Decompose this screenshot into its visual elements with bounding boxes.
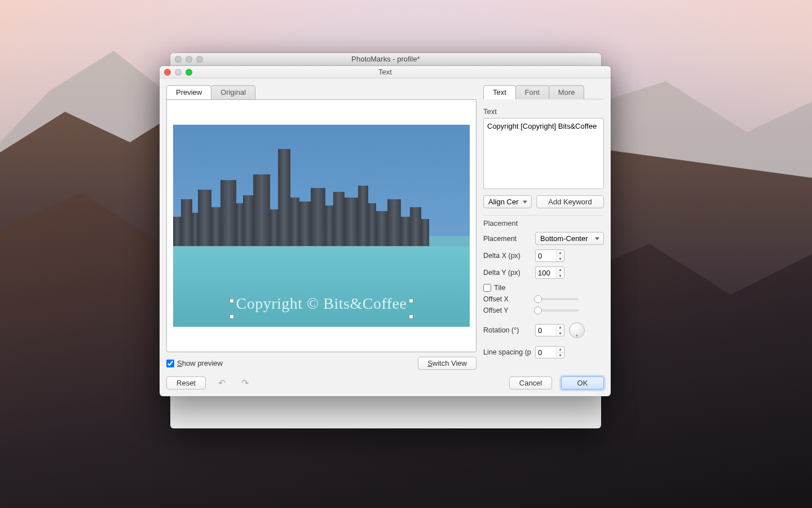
- selection-handle[interactable]: [230, 299, 234, 303]
- tab-more[interactable]: More: [549, 85, 585, 99]
- rotation-knob[interactable]: [569, 322, 585, 338]
- redo-icon[interactable]: ↷: [238, 376, 252, 389]
- tile-input[interactable]: [483, 284, 491, 292]
- placement-select[interactable]: Bottom-Center: [535, 232, 604, 245]
- zoom-icon[interactable]: [186, 69, 192, 76]
- tab-text[interactable]: Text: [483, 85, 516, 99]
- deltay-spinner[interactable]: ▲▼: [535, 266, 564, 279]
- skyline-graphic: [173, 149, 470, 246]
- offsetx-label: Offset X: [483, 295, 531, 303]
- offsety-slider[interactable]: [535, 309, 579, 312]
- close-icon[interactable]: [175, 56, 182, 63]
- ok-button[interactable]: OK: [561, 376, 604, 389]
- deltay-input[interactable]: [536, 267, 556, 278]
- tile-label: Tile: [494, 283, 505, 292]
- rotation-input[interactable]: [536, 325, 556, 336]
- watermark-text-input[interactable]: [483, 118, 604, 189]
- stepper-down-icon[interactable]: ▼: [557, 353, 564, 358]
- deltay-label: Delta Y (px): [483, 269, 531, 277]
- text-dialog-window: Text Preview Original: [160, 66, 611, 396]
- text-align-select[interactable]: Align Center: [483, 195, 532, 208]
- offsety-label: Offset Y: [483, 306, 531, 314]
- parent-window-title: PhotoMarks - profile*: [170, 55, 601, 63]
- dialog-title: Text: [160, 68, 611, 76]
- add-keyword-button[interactable]: Add Keyword: [536, 195, 604, 208]
- stepper-down-icon[interactable]: ▼: [557, 331, 564, 336]
- stepper-up-icon[interactable]: ▲: [557, 325, 564, 331]
- tile-checkbox[interactable]: Tile: [483, 283, 505, 292]
- dialog-traffic-lights: [164, 69, 192, 76]
- minimize-icon[interactable]: [175, 69, 182, 76]
- switch-view-button[interactable]: Switch View: [418, 357, 476, 370]
- show-preview-checkbox[interactable]: Show preview: [166, 359, 223, 367]
- preview-image[interactable]: Copyright © Bits&Coffee: [173, 125, 470, 327]
- placement-label: Placement: [483, 235, 531, 243]
- zoom-icon[interactable]: [196, 56, 203, 63]
- deltax-spinner[interactable]: ▲▼: [535, 249, 564, 262]
- preview-frame: Copyright © Bits&Coffee: [166, 99, 476, 352]
- deltax-input[interactable]: [536, 250, 556, 261]
- selection-handle[interactable]: [409, 299, 413, 303]
- close-icon[interactable]: [164, 69, 171, 76]
- stepper-up-icon[interactable]: ▲: [557, 347, 564, 353]
- linespacing-input[interactable]: [536, 347, 556, 358]
- rotation-spinner[interactable]: ▲▼: [535, 324, 564, 336]
- show-preview-input[interactable]: [166, 360, 174, 367]
- tab-preview[interactable]: Preview: [166, 85, 211, 99]
- linespacing-spinner[interactable]: ▲▼: [535, 346, 564, 358]
- parent-titlebar[interactable]: PhotoMarks - profile*: [170, 53, 601, 65]
- stepper-up-icon[interactable]: ▲: [557, 250, 564, 256]
- show-preview-label: Show preview: [177, 359, 223, 367]
- cancel-button[interactable]: Cancel: [509, 376, 552, 389]
- undo-icon[interactable]: ↶: [215, 376, 229, 389]
- placement-header: Placement: [483, 219, 604, 227]
- reset-button[interactable]: Reset: [166, 376, 206, 389]
- watermark-preview-text[interactable]: Copyright © Bits&Coffee: [236, 295, 407, 313]
- settings-tabbar: Text Font More: [483, 85, 604, 99]
- rotation-label: Rotation (°): [483, 326, 531, 334]
- offsetx-slider[interactable]: [535, 298, 579, 300]
- preview-tabbar: Preview Original: [166, 85, 476, 99]
- slider-thumb[interactable]: [534, 306, 542, 314]
- deltax-label: Delta X (px): [483, 252, 531, 260]
- selection-handle[interactable]: [409, 314, 413, 319]
- stepper-down-icon[interactable]: ▼: [557, 256, 564, 262]
- text-section-label: Text: [483, 107, 604, 116]
- selection-handle[interactable]: [230, 314, 234, 319]
- linespacing-label: Line spacing (p: [483, 348, 531, 356]
- slider-thumb[interactable]: [534, 295, 542, 303]
- tab-font[interactable]: Font: [515, 85, 549, 99]
- tab-original[interactable]: Original: [211, 85, 255, 99]
- parent-traffic-lights: [175, 56, 203, 63]
- minimize-icon[interactable]: [186, 56, 192, 63]
- stepper-up-icon[interactable]: ▲: [557, 267, 564, 273]
- stepper-down-icon[interactable]: ▼: [557, 273, 564, 279]
- dialog-titlebar[interactable]: Text: [160, 66, 611, 78]
